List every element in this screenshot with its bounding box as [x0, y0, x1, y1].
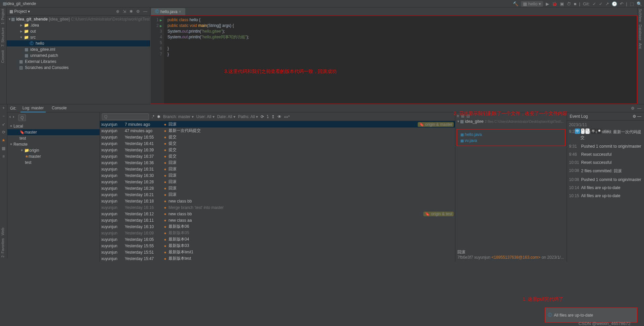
- tab-ant[interactable]: Ant: [638, 42, 643, 50]
- branch-item[interactable]: test: [7, 159, 100, 166]
- add-icon[interactable]: +: [2, 106, 5, 110]
- paths-filter[interactable]: Paths: All ▾: [238, 114, 258, 119]
- code-content[interactable]: public class hello { public static void …: [164, 16, 637, 104]
- fwd-icon[interactable]: ›: [13, 114, 14, 122]
- hide-icon[interactable]: —: [637, 114, 641, 119]
- commit-row[interactable]: xuyunjunYesterday 16:18●new class bb: [100, 198, 455, 204]
- filter-tool-icon[interactable]: ≡: [2, 154, 5, 159]
- git-update-icon[interactable]: ✓: [593, 1, 596, 6]
- commit-row[interactable]: xuyunjunYesterday 16:31●回滚: [100, 166, 455, 172]
- hide-icon[interactable]: —: [143, 9, 147, 14]
- back-icon[interactable]: ‹: [9, 114, 11, 122]
- editor-tab-hello[interactable]: Ⓒ hello.java ×: [151, 8, 185, 15]
- commit-search[interactable]: [102, 113, 149, 120]
- tab-web[interactable]: Web: [0, 226, 5, 237]
- regex-icon[interactable]: .*: [152, 114, 154, 119]
- tab-favorites[interactable]: 2: Favorites: [0, 237, 5, 259]
- search-icon[interactable]: ⬚: [630, 1, 634, 6]
- commit-row[interactable]: xuyunjunYesterday 16:05●最新版本04: [100, 236, 455, 243]
- tab-project[interactable]: 1: Project: [0, 7, 5, 26]
- changes-root[interactable]: ▼▦ idea_gitee 2 files C:\Users\Administr…: [457, 118, 565, 124]
- commit-row[interactable]: xuyunjunYesterday 16:30●回滚: [100, 172, 455, 179]
- commit-row[interactable]: xuyunjunYesterday 16:28●回滚: [100, 179, 455, 185]
- tree-item[interactable]: ▶📁out: [7, 28, 150, 34]
- user-filter[interactable]: User: All ▾: [196, 114, 215, 119]
- cherry-pick-icon[interactable]: ⤵: [267, 114, 269, 119]
- commit-row[interactable]: xuyunjunYesterday 15:51●最新版本test1: [100, 249, 455, 255]
- tree-item[interactable]: ▦unnamed.patch: [7, 52, 150, 59]
- tree-item[interactable]: ▦idea_gitee.iml: [7, 46, 150, 52]
- branch-search[interactable]: Q: [18, 114, 26, 121]
- commit-row[interactable]: xuyunjun7 minutes ago●回滚🔖 origin & maste…: [100, 121, 455, 128]
- commit-row[interactable]: xuyunjunYesterday 16:12●new class bb🔖 or…: [100, 211, 455, 217]
- commit-row[interactable]: xuyunjunYesterday 16:55●提交: [100, 134, 455, 140]
- stop-icon[interactable]: ■: [574, 1, 576, 6]
- commit-row[interactable]: xuyunjunYesterday 16:28●回滚: [100, 185, 455, 191]
- git-commit-icon[interactable]: ✓: [599, 1, 603, 6]
- run-config-selector[interactable]: ▦ hello ▾: [521, 1, 543, 7]
- collapse-icon[interactable]: ✱: [129, 9, 133, 14]
- gear-icon[interactable]: ⚙: [633, 114, 636, 119]
- delete-icon[interactable]: −: [2, 114, 5, 118]
- settings-icon[interactable]: ⚙: [136, 9, 140, 14]
- commit-row[interactable]: xuyunjunYesterday 16:21●回滚: [100, 191, 455, 198]
- commit-row[interactable]: xuyunjunYesterday 16:36●回滚: [100, 159, 455, 166]
- commit-row[interactable]: xuyunjun47 minutes ago●最新一次代码提交: [100, 128, 455, 134]
- branch-item[interactable]: ★ master: [7, 153, 100, 159]
- case-icon[interactable]: ✱: [157, 114, 160, 119]
- play-icon[interactable]: ▶: [546, 1, 549, 6]
- refresh-icon[interactable]: ⟳: [2, 130, 5, 135]
- tree-item[interactable]: Ⓒhello: [7, 40, 150, 46]
- commit-list[interactable]: xuyunjun7 minutes ago●回滚🔖 origin & maste…: [100, 121, 455, 262]
- commit-row[interactable]: xuyunjunYesterday 16:11●new class aa: [100, 217, 455, 223]
- tree-item[interactable]: ▨Scratches and Consoles: [7, 65, 150, 71]
- commit-row[interactable]: xuyunjunYesterday 16:37●提交: [100, 153, 455, 159]
- push-commits-icon[interactable]: ↥: [271, 114, 275, 119]
- tab-database[interactable]: Database: [638, 23, 643, 42]
- commit-row[interactable]: xuyunjunYesterday 16:09●最新版本05: [100, 230, 455, 236]
- search-everywhere-icon[interactable]: 🔍: [637, 1, 642, 6]
- commit-row[interactable]: xuyunjunYesterday 16:16●Merge branch 'te…: [100, 204, 455, 211]
- commit-row[interactable]: xuyunjunYesterday 16:41●提交: [100, 140, 455, 147]
- hammer-icon[interactable]: 🔨: [513, 1, 518, 6]
- tree-item[interactable]: ▦External Libraries: [7, 59, 150, 65]
- code-area[interactable]: 1 ▶ 2 ▶ 3 4 5 6 7 public class hello { p…: [150, 15, 637, 104]
- profile-icon[interactable]: ⏱: [567, 1, 571, 6]
- tab-structure[interactable]: 7: Structure: [0, 26, 5, 48]
- new-tab-icon[interactable]: ▭⁺: [284, 114, 290, 119]
- pull-icon[interactable]: ↙: [2, 122, 5, 126]
- branch-item[interactable]: test: [7, 135, 100, 141]
- tree-root[interactable]: ▼▦ idea_git_shende [idea_gitee] C:\Users…: [7, 16, 150, 22]
- tree-item[interactable]: ▶📁.idea: [7, 22, 150, 28]
- branch-remote-header[interactable]: ▼Remote: [7, 141, 100, 147]
- tree-item[interactable]: ▼📁src: [7, 34, 150, 40]
- git-tab-log[interactable]: Log: master: [21, 104, 46, 112]
- branch-item[interactable]: 🔖 master: [7, 129, 100, 135]
- coverage-icon[interactable]: ▣: [560, 1, 564, 6]
- tab-sciview[interactable]: SciView: [638, 7, 643, 23]
- git-tab-console[interactable]: Console: [50, 104, 69, 112]
- star-icon[interactable]: ★: [2, 138, 5, 143]
- debug-icon[interactable]: 🐞: [552, 1, 557, 6]
- commit-row[interactable]: xuyunjunYesterday 15:55●最新版本03: [100, 243, 455, 249]
- locate-icon[interactable]: ⊕: [116, 9, 119, 14]
- commit-row[interactable]: xuyunjunYesterday 16:39●提交: [100, 147, 455, 153]
- tab-commit[interactable]: Commit: [0, 49, 5, 64]
- close-tab-icon[interactable]: ×: [179, 9, 181, 14]
- date-filter[interactable]: Date: All ▾: [217, 114, 235, 119]
- git-push-icon[interactable]: ↗: [605, 1, 609, 6]
- git-revert-icon[interactable]: ↶: [620, 1, 623, 6]
- commit-row[interactable]: xuyunjunYesterday 15:47●最新版本test: [100, 255, 455, 262]
- branch-local-header[interactable]: ▼Local: [7, 123, 100, 129]
- toast-notification[interactable]: ⓘ All files are up-to-date: [545, 307, 637, 323]
- changed-file[interactable]: ▦ vv.java: [459, 138, 563, 144]
- branch-item[interactable]: ▼📁 origin: [7, 147, 100, 153]
- eye-icon[interactable]: 👁: [277, 114, 281, 119]
- hide-panel-icon[interactable]: —: [637, 106, 641, 111]
- branch-filter[interactable]: Branch: master ▾: [163, 114, 194, 119]
- gear-icon[interactable]: ⚙: [631, 106, 635, 111]
- refresh-commits-icon[interactable]: ⟳: [261, 114, 264, 119]
- folder-tool-icon[interactable]: ▦: [2, 146, 5, 151]
- commit-row[interactable]: xuyunjunYesterday 16:10●最新版本06: [100, 223, 455, 230]
- git-history-icon[interactable]: 🕑: [612, 1, 617, 6]
